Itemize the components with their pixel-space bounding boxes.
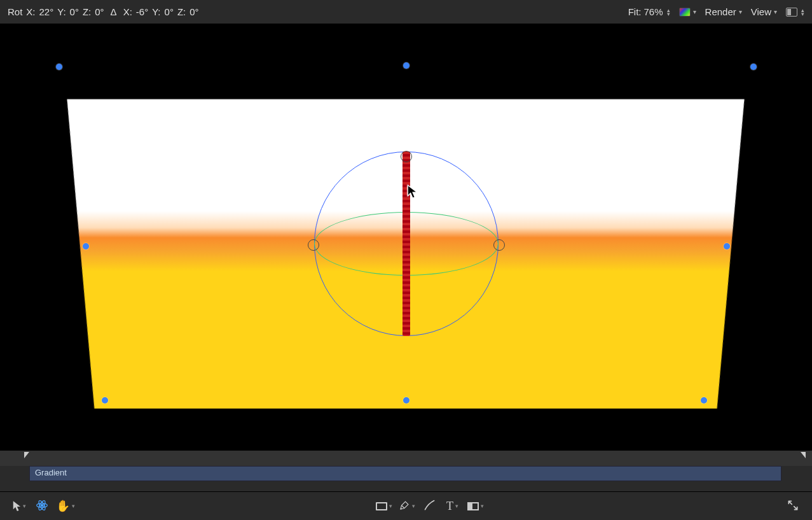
brush-icon <box>423 499 436 514</box>
top-info-bar: Rot X: 22 Y: 0 Z: 0 Δ X: -6 Y: 0 Z: 0 Fi… <box>0 0 812 24</box>
pan-tool[interactable]: ✋ ▾ <box>56 497 75 515</box>
gizmo-handle[interactable] <box>308 239 319 251</box>
gizmo-handle[interactable] <box>401 151 412 162</box>
chevron-down-icon: ▾ <box>774 8 777 15</box>
selection-handle[interactable] <box>56 64 62 70</box>
hand-icon: ✋ <box>56 499 70 513</box>
fit-label: Fit: <box>628 6 642 17</box>
render-label: Render <box>705 6 736 17</box>
svg-point-3 <box>41 504 43 506</box>
rot-z-label: Z: <box>83 6 91 17</box>
selection-handle[interactable] <box>724 243 730 249</box>
time-ruler[interactable] <box>0 451 812 466</box>
fit-value: 76% <box>644 6 663 17</box>
rectangle-icon <box>376 502 387 510</box>
mask-tool[interactable]: ▾ <box>467 497 485 515</box>
canvas-viewport[interactable] <box>0 24 812 451</box>
rot-x-label: X: <box>26 6 35 17</box>
chevron-down-icon: ▾ <box>72 503 75 509</box>
delta-y-label: Y: <box>152 6 160 17</box>
3d-transform-tool[interactable] <box>33 497 51 515</box>
delta-x-value: -6 <box>136 6 148 17</box>
top-right-controls: Fit: 76% ▴▾ ▾ Render ▾ View ▾ ▴▾ <box>628 6 804 17</box>
delta-label: Δ <box>111 6 117 17</box>
out-point-marker[interactable] <box>801 452 806 458</box>
selection-handle[interactable] <box>750 64 757 70</box>
chevron-down-icon: ▾ <box>389 503 392 509</box>
selection-handle[interactable] <box>701 397 707 404</box>
rot-y-label: Y: <box>57 6 65 17</box>
chevron-down-icon: ▾ <box>23 503 26 509</box>
color-channel-menu[interactable]: ▾ <box>679 8 696 17</box>
chevron-down-icon: ▾ <box>739 8 742 15</box>
text-icon: T <box>446 500 453 513</box>
transform-readout: Rot X: 22 Y: 0 Z: 0 Δ X: -6 Y: 0 Z: 0 <box>8 6 199 17</box>
delta-z-label: Z: <box>177 6 186 17</box>
timeline-area: Gradient <box>0 451 812 491</box>
chevron-down-icon: ▾ <box>412 503 415 509</box>
fullscreen-toggle[interactable] <box>784 497 802 515</box>
orbit-icon <box>36 499 48 514</box>
gizmo-handle[interactable] <box>493 239 505 251</box>
zoom-fit-control[interactable]: Fit: 76% ▴▾ <box>628 6 670 17</box>
selection-handle[interactable] <box>83 243 89 249</box>
pen-icon <box>399 500 410 513</box>
mask-icon <box>467 502 479 510</box>
pen-tool[interactable]: ▾ <box>398 497 416 515</box>
text-tool[interactable]: T ▾ <box>444 497 462 515</box>
layout-menu[interactable]: ▴▾ <box>786 8 804 17</box>
svg-point-4 <box>400 508 401 509</box>
selection-handle[interactable] <box>102 397 108 404</box>
bottom-toolbar: ▾ ✋ ▾ ▾ ▾ T ▾ ▾ <box>0 491 812 520</box>
paint-stroke-tool[interactable] <box>421 497 439 515</box>
selection-handle[interactable] <box>403 62 409 69</box>
rot-y-value: 0 <box>70 6 79 17</box>
select-tool[interactable]: ▾ <box>10 497 28 515</box>
chevron-down-icon: ▾ <box>693 8 696 15</box>
clip-gradient[interactable]: Gradient <box>29 466 781 481</box>
view-label: View <box>751 6 771 17</box>
expand-icon <box>787 499 799 514</box>
delta-x-label: X: <box>123 6 132 17</box>
rotation-axis-x[interactable] <box>403 151 410 336</box>
color-swatch-icon <box>679 8 691 17</box>
rot-label: Rot <box>8 6 22 17</box>
render-menu[interactable]: Render ▾ <box>705 6 742 17</box>
rot-z-value: 0 <box>95 6 104 17</box>
in-point-marker[interactable] <box>24 452 29 458</box>
clip-label: Gradient <box>35 468 67 477</box>
view-menu[interactable]: View ▾ <box>751 6 777 17</box>
rot-x-value: 22 <box>39 6 54 17</box>
shape-tool[interactable]: ▾ <box>375 497 393 515</box>
selection-handle[interactable] <box>403 397 409 404</box>
delta-z-value: 0 <box>189 6 198 17</box>
stepper-icon: ▴▾ <box>667 8 670 16</box>
layout-icon <box>786 8 797 17</box>
delta-y-value: 0 <box>165 6 174 17</box>
chevron-down-icon: ▾ <box>455 503 458 509</box>
chevron-down-icon: ▾ <box>481 503 484 509</box>
stepper-icon: ▴▾ <box>801 8 804 16</box>
